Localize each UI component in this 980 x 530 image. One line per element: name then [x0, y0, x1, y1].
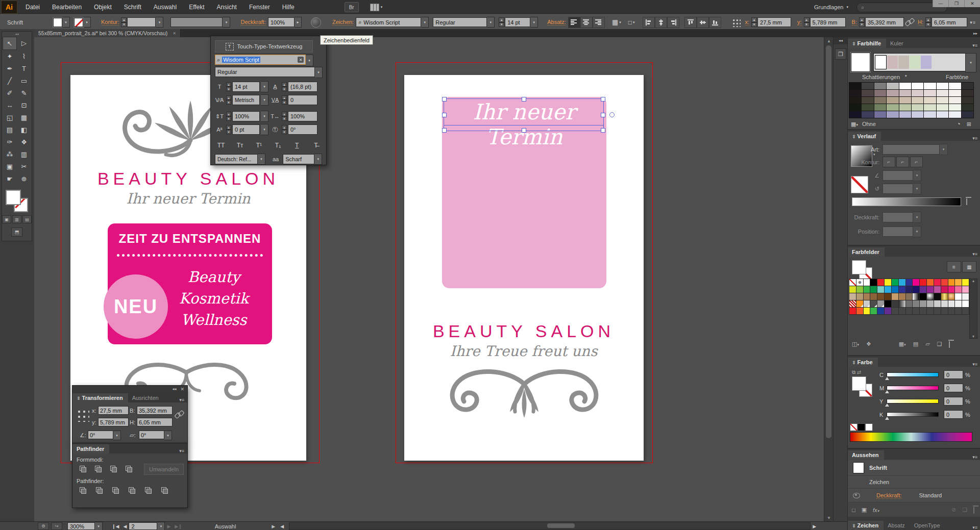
- lasso-tool[interactable]: ⌇: [17, 50, 31, 62]
- swatch[interactable]: [892, 300, 898, 307]
- language-select[interactable]: Deutsch: Ref...: [215, 154, 258, 164]
- color-spectrum-bar[interactable]: [850, 432, 972, 442]
- swatch[interactable]: [962, 293, 969, 300]
- chevron-down-icon[interactable]: ▾: [905, 74, 907, 80]
- selection-handle[interactable]: [522, 128, 526, 133]
- chevron-down-icon[interactable]: ▾: [913, 212, 921, 223]
- intersect-button[interactable]: [107, 464, 119, 474]
- shade-cell[interactable]: [937, 90, 948, 96]
- collapse-panel-icon[interactable]: ◂◂: [172, 387, 176, 391]
- fill-stroke-indicator[interactable]: [852, 260, 872, 281]
- shade-cell[interactable]: [874, 90, 886, 96]
- transform-width-field[interactable]: 35,392 mm: [137, 406, 173, 415]
- card-script-line[interactable]: Kosmetik: [163, 290, 265, 307]
- shear-field[interactable]: 0°: [139, 431, 164, 439]
- neu-badge[interactable]: NEU: [104, 274, 168, 339]
- m-slider[interactable]: [887, 386, 939, 390]
- rotation-field[interactable]: 0°: [288, 124, 317, 135]
- shade-cell[interactable]: [899, 83, 911, 89]
- font-style-field[interactable]: Regular: [433, 17, 487, 27]
- zoom-tool[interactable]: ⊕: [17, 172, 31, 185]
- shade-cell[interactable]: [949, 111, 961, 118]
- swatch[interactable]: [934, 300, 941, 307]
- font-list-dropdown[interactable]: ▾: [306, 55, 313, 66]
- font-search-field[interactable]: ⌕ Wisdom Script ✕: [215, 55, 306, 65]
- font-family-field[interactable]: ⌕Wisdom Script: [356, 17, 421, 27]
- menu-schrift[interactable]: Schrift: [118, 0, 148, 14]
- swatch[interactable]: [864, 300, 870, 307]
- gradient-tool[interactable]: ◧: [17, 123, 31, 136]
- selection-handle[interactable]: [601, 113, 605, 117]
- swatch[interactable]: [927, 293, 934, 300]
- trim-button[interactable]: [93, 485, 105, 495]
- swatch[interactable]: [885, 293, 891, 300]
- slider-thumb[interactable]: [885, 377, 889, 380]
- swatch[interactable]: [927, 279, 934, 286]
- artwork-subtitle-right[interactable]: Ihre Treue freut uns: [422, 343, 626, 360]
- aspect-ratio-select[interactable]: [883, 184, 913, 194]
- deckkraft-link[interactable]: Deckkraft:: [876, 492, 902, 499]
- align-left-button[interactable]: [568, 17, 580, 28]
- swatch[interactable]: [892, 293, 898, 300]
- swatch[interactable]: [892, 286, 898, 293]
- shade-cell[interactable]: [862, 104, 873, 111]
- menu-objekt[interactable]: Objekt: [88, 0, 118, 14]
- horizontal-scroll-thumb[interactable]: [547, 523, 575, 528]
- subscript-button[interactable]: T₁: [272, 140, 284, 150]
- clear-appearance-icon[interactable]: ⊘: [951, 507, 956, 513]
- shade-cell[interactable]: [874, 104, 886, 111]
- minus-front-button[interactable]: [92, 464, 104, 474]
- color-variation-swatch[interactable]: [910, 56, 920, 69]
- sync-settings-icon[interactable]: ⚙: [38, 522, 49, 530]
- paragraph-panel-link[interactable]: Absatz:: [547, 19, 566, 26]
- leading-field[interactable]: (16,8 pt): [288, 82, 317, 92]
- duplicate-item-icon[interactable]: ❏: [962, 507, 967, 513]
- shade-cell[interactable]: [937, 97, 948, 104]
- stop-position-select[interactable]: [883, 226, 913, 237]
- selection-handle[interactable]: [442, 97, 447, 102]
- font-style-select[interactable]: Regular: [215, 67, 315, 77]
- rotate-handle[interactable]: [609, 112, 615, 117]
- transform-height-field[interactable]: 6,05 mm: [137, 418, 173, 426]
- menu-bearbeiten[interactable]: Bearbeiten: [46, 0, 88, 14]
- shade-cell[interactable]: [849, 83, 861, 89]
- width-stepper[interactable]: ▲▼: [859, 17, 865, 27]
- perspective-grid-tool[interactable]: ▦: [17, 111, 31, 123]
- swatch[interactable]: [906, 286, 913, 293]
- swatch-options-icon[interactable]: ▤: [913, 341, 918, 347]
- swatch[interactable]: [962, 300, 969, 307]
- swatch[interactable]: [864, 286, 870, 293]
- scroll-right-icon[interactable]: ▶: [813, 524, 816, 529]
- swatch[interactable]: [941, 293, 948, 300]
- selection-handle[interactable]: [442, 113, 447, 117]
- panel-menu-icon[interactable]: ▾≡: [972, 455, 977, 460]
- height-stepper[interactable]: ▲▼: [925, 17, 931, 27]
- shade-cell[interactable]: [937, 83, 948, 89]
- slider-thumb[interactable]: [885, 390, 889, 393]
- artwork-subtitle-left[interactable]: Ihr neuer Termin: [86, 190, 290, 207]
- swatch[interactable]: [948, 279, 955, 286]
- zoom-level-field[interactable]: 300%: [67, 522, 95, 530]
- swatch[interactable]: [864, 293, 870, 300]
- shade-cell[interactable]: [924, 83, 936, 89]
- shade-cell[interactable]: [862, 97, 873, 104]
- white-swatch[interactable]: [865, 423, 873, 431]
- swatch[interactable]: [864, 279, 870, 286]
- swatch[interactable]: [856, 293, 863, 300]
- mesh-tool[interactable]: ▤: [3, 123, 17, 136]
- swatch[interactable]: [920, 279, 926, 286]
- shade-cell[interactable]: [887, 83, 898, 89]
- scroll-left-icon[interactable]: ◀: [280, 524, 284, 529]
- color-variation-swatch[interactable]: [887, 56, 898, 69]
- free-transform-tool[interactable]: ⊡: [17, 99, 31, 111]
- panel-menu-icon[interactable]: ▾≡: [972, 525, 977, 530]
- swatch[interactable]: [927, 300, 934, 307]
- chevron-down-icon[interactable]: ▾: [913, 226, 921, 237]
- shade-cell[interactable]: [849, 111, 861, 118]
- farbtoene-label[interactable]: Farbtöne: [946, 74, 968, 80]
- selection-handle[interactable]: [442, 128, 447, 133]
- swatch[interactable]: [913, 279, 919, 286]
- tab-farbe[interactable]: ⇕Farbe: [848, 358, 878, 367]
- tab-zeichen[interactable]: ⇕Zeichen: [848, 521, 884, 530]
- gradient-slider[interactable]: [852, 197, 961, 206]
